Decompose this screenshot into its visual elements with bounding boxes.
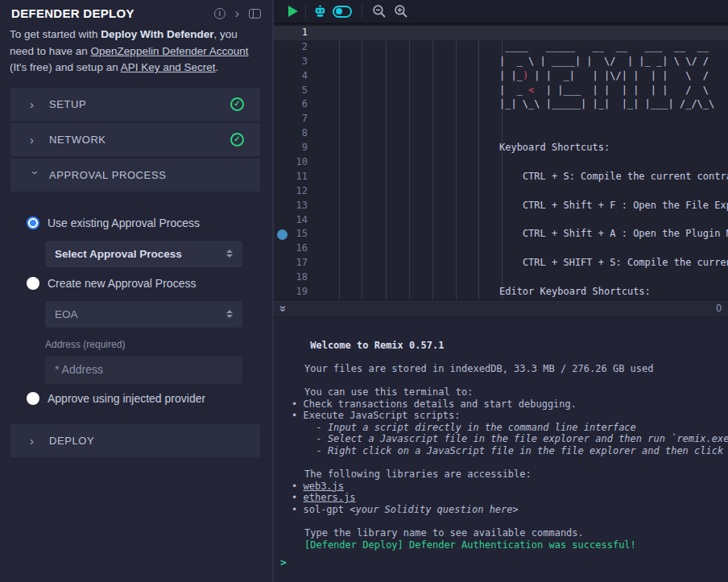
terminal-line: • web3.js xyxy=(274,481,728,493)
editor-line[interactable]: 14 xyxy=(274,213,728,228)
terminal-line: Type the library name to see available c… xyxy=(274,527,728,539)
editor-line[interactable]: 11 CTRL + S: Compile the current contrac… xyxy=(274,170,728,184)
section-network[interactable]: › NETWORK ✓ xyxy=(10,123,260,156)
defender-deploy-panel: DEFENDER DEPLOY ! › To get started with … xyxy=(0,0,274,582)
line-number[interactable]: 6 xyxy=(274,97,319,112)
panel-title: DEFENDER DEPLOY xyxy=(11,6,214,20)
toolbar-divider xyxy=(362,4,362,19)
editor-line[interactable]: 7 xyxy=(274,112,728,126)
line-number[interactable]: 2 xyxy=(274,40,319,55)
editor-line[interactable]: 9 Keyboard Shortcuts: xyxy=(274,141,728,155)
line-number[interactable]: 5 xyxy=(274,84,319,98)
terminal-line xyxy=(274,351,728,363)
intro-text-segment: (It's free) and setup an xyxy=(10,61,121,73)
terminal-prompt[interactable]: > xyxy=(274,556,728,568)
terminal-text-segment: - Select a Javascript file in the file e… xyxy=(304,433,728,444)
chevron-right-icon: › xyxy=(30,97,41,111)
terminal-text-segment: • xyxy=(292,504,303,515)
editor-line[interactable]: 1 xyxy=(274,26,728,40)
intro-text-segment: To get started with xyxy=(10,28,101,40)
editor-line[interactable]: 4 | |_) | | _| | |\/| | | | \ / xyxy=(274,69,728,84)
approval-process-content: Use existing Approval Process Select App… xyxy=(10,194,260,424)
zoom-in-icon[interactable] xyxy=(394,4,408,19)
line-number[interactable]: 4 xyxy=(274,69,319,84)
radio-injected-provider[interactable] xyxy=(27,392,39,405)
terminal-line xyxy=(274,328,728,340)
terminal-output[interactable]: Welcome to Remix 0.57.1Your files are st… xyxy=(274,317,728,582)
terminal-line xyxy=(274,516,728,528)
editor-line[interactable]: 17 CTRL + SHIFT + S: Compile the current… xyxy=(274,256,728,270)
line-number[interactable]: 17 xyxy=(274,256,319,270)
editor-line-text: CTRL + Shift + A : Open the Plugin Manag… xyxy=(319,227,728,241)
terminal-header: » 0 xyxy=(274,299,728,317)
radio-use-existing[interactable] xyxy=(27,217,39,229)
editor-line[interactable]: 2 ____ _____ __ __ ___ __ __ xyxy=(274,40,728,55)
editor-line[interactable]: 12 xyxy=(274,184,728,199)
section-approval-process[interactable]: › APPROVAL PROCESS xyxy=(10,159,260,192)
editor-line[interactable]: 8 xyxy=(274,126,728,141)
line-number[interactable]: 1 xyxy=(274,26,319,40)
intro-text-segment: Deploy With Defender xyxy=(101,28,213,40)
terminal-text-segment: Type the library name to see available c… xyxy=(304,527,584,539)
terminal-text-segment: <your Solidity question here> xyxy=(350,504,519,515)
terminal-line: • sol-gpt <your Solidity question here> xyxy=(274,504,728,516)
line-number[interactable]: 18 xyxy=(274,270,319,285)
code-editor[interactable]: 12 ____ _____ __ __ ___ __ __3 | _ \ | _… xyxy=(274,26,728,299)
zoom-out-icon[interactable] xyxy=(372,4,387,19)
chevron-right-icon: › xyxy=(30,434,41,448)
editor-line[interactable]: 6 |_| \_\ |_____| |_| |_| |___| /_/\_\ xyxy=(274,97,728,112)
editor-line[interactable]: 15 CTRL + Shift + A : Open the Plugin Ma… xyxy=(274,227,728,241)
split-view-icon[interactable] xyxy=(249,9,261,19)
radio-create-new[interactable] xyxy=(27,277,39,290)
terminal-text-segment: • xyxy=(292,410,303,421)
editor-line-text: ____ _____ __ __ ___ __ __ xyxy=(319,40,709,55)
line-number[interactable]: 14 xyxy=(274,213,319,228)
line-number[interactable]: 10 xyxy=(274,155,319,170)
copilot-toggle[interactable] xyxy=(333,6,352,18)
terminal-text-segment: sol-gpt xyxy=(303,504,350,515)
breakpoint-icon[interactable] xyxy=(277,229,287,240)
select-approval-process[interactable]: Select Approval Process xyxy=(45,241,242,267)
line-number[interactable]: 19 xyxy=(274,285,319,299)
editor-line-text: | |_) | | _| | |\/| | | | \ / xyxy=(319,69,709,84)
intro-text-segment: . xyxy=(216,61,219,73)
line-number[interactable]: 3 xyxy=(274,55,319,69)
expand-terminal-icon[interactable]: » xyxy=(277,305,291,312)
terminal-link[interactable]: ethers.js xyxy=(303,492,355,503)
line-number[interactable]: 11 xyxy=(274,170,319,184)
intro-link[interactable]: OpenZeppelin Defender Account xyxy=(91,45,249,57)
editor-line[interactable]: 5 | _ < | |___ | | | | | | / \ xyxy=(274,84,728,98)
editor-line[interactable]: 16 xyxy=(274,241,728,256)
terminal-text-segment: Your files are stored in indexedDB, 33.3… xyxy=(304,363,653,374)
section-setup[interactable]: › SETUP ✓ xyxy=(10,88,260,121)
run-script-button[interactable] xyxy=(288,6,298,17)
terminal-line: The following libraries are accessible: xyxy=(274,468,728,481)
editor-line[interactable]: 10 xyxy=(274,155,728,170)
address-input[interactable] xyxy=(45,356,242,384)
line-number[interactable]: 8 xyxy=(274,126,319,141)
radio-row-existing: Use existing Approval Process xyxy=(27,217,260,229)
terminal-line: • Check transactions details and start d… xyxy=(274,398,728,411)
line-number[interactable]: 13 xyxy=(274,199,319,213)
line-number[interactable]: 16 xyxy=(274,241,319,256)
editor-line[interactable]: 3 | _ \ | ____| | \/ | |_ _| \ \/ / xyxy=(274,55,728,69)
editor-line[interactable]: 18 xyxy=(274,270,728,285)
select-approval-type[interactable]: EOA xyxy=(45,301,242,328)
terminal-line: - Select a Javascript file in the file e… xyxy=(274,433,728,445)
info-icon[interactable]: ! xyxy=(214,8,225,19)
section-deploy[interactable]: › DEPLOY xyxy=(10,424,260,457)
transaction-count-badge: 0 xyxy=(716,303,722,314)
ai-robot-icon[interactable] xyxy=(313,5,327,19)
line-number[interactable]: 7 xyxy=(274,112,319,126)
terminal-link[interactable]: web3.js xyxy=(303,481,344,492)
editor-line-text: | _ < | |___ | | | | | | / \ xyxy=(319,84,709,98)
chevron-down-icon: › xyxy=(29,171,43,182)
line-number[interactable]: 12 xyxy=(274,184,319,199)
terminal-line: [Defender Deploy] Defender Authenticatio… xyxy=(274,539,728,551)
editor-line[interactable]: 19 Editor Keyboard Shortcuts: xyxy=(274,285,728,299)
editor-line[interactable]: 13 CTRL + Shift + F : Open the File Expl… xyxy=(274,199,728,213)
chevron-right-icon[interactable]: › xyxy=(235,8,239,19)
line-number[interactable]: 9 xyxy=(274,141,319,155)
intro-link[interactable]: API Key and Secret xyxy=(121,61,216,73)
terminal-text-segment: • xyxy=(292,492,303,503)
